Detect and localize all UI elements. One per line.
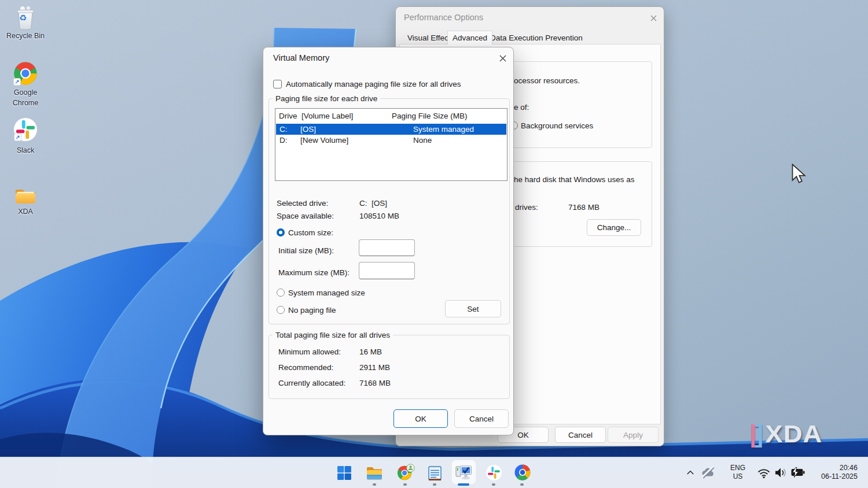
selected-drive-value: C: [OS] xyxy=(359,198,387,208)
paging-size: System managed xyxy=(413,124,474,135)
close-icon[interactable] xyxy=(647,12,660,24)
desktop-icon-label: Recycle Bin xyxy=(2,32,49,40)
language-switcher[interactable]: ENG US xyxy=(726,462,750,483)
desktop-icon-label-line2: Chrome xyxy=(2,99,49,108)
drive-list[interactable]: Drive [Volume Label] Paging File Size (M… xyxy=(275,108,507,181)
drive-letter: C: xyxy=(279,124,288,135)
tray-date: 06-11-2025 xyxy=(814,472,858,481)
paging-file-text-fragment: he hard disk that Windows uses as xyxy=(514,175,635,184)
tray-time: 20:46 xyxy=(814,464,858,472)
paging-size: None xyxy=(413,135,432,146)
explorer-running-dot xyxy=(373,483,376,486)
system-properties-icon xyxy=(455,463,473,481)
cloud-slash-icon xyxy=(701,466,716,479)
taskbar: ENG US 20:46 xyxy=(0,457,868,488)
desktop-icon-label: Slack xyxy=(2,146,49,155)
recycle-symbol-icon: ♻ xyxy=(19,13,27,23)
background-services-label: Background services xyxy=(521,121,593,131)
dialog-title: Virtual Memory xyxy=(273,51,329,64)
quick-settings-button[interactable] xyxy=(753,464,809,480)
total-paging-label-fragment: drives: xyxy=(515,202,538,212)
virtual-memory-dialog: Virtual Memory Automatically manage pagi… xyxy=(263,47,514,435)
system-managed-radio[interactable] xyxy=(277,289,285,297)
custom-size-radio[interactable] xyxy=(277,228,285,236)
start-button[interactable] xyxy=(335,464,354,482)
onedrive-tray-button[interactable] xyxy=(700,464,717,480)
language-line1: ENG xyxy=(730,464,745,472)
notepad-icon xyxy=(428,465,442,482)
total-paging-group-label: Total paging file size for all drives xyxy=(273,330,393,340)
chrome-running-dot xyxy=(403,483,407,486)
initial-size-label: Initial size (MB): xyxy=(278,246,334,256)
system-properties-active-indicator xyxy=(458,483,469,486)
language-line2: US xyxy=(730,472,745,481)
shortcut-arrow-icon: ↗ xyxy=(13,78,21,86)
no-paging-file-radio[interactable] xyxy=(277,306,285,314)
auto-manage-label: Automatically manage paging file size fo… xyxy=(286,79,461,89)
tab-data-execution-prevention[interactable]: Data Execution Prevention xyxy=(486,32,587,44)
volume-label: [New Volume] xyxy=(300,135,348,146)
close-icon[interactable] xyxy=(496,52,509,65)
browser-taskbar-button[interactable] xyxy=(514,464,531,481)
system-properties-button[interactable] xyxy=(454,463,473,482)
no-paging-file-label: No paging file xyxy=(288,305,336,315)
size-column-header: Paging File Size (MB) xyxy=(392,111,468,121)
mouse-cursor xyxy=(792,164,808,187)
tab-advanced[interactable]: Advanced xyxy=(447,31,492,45)
cancel-button[interactable]: Cancel xyxy=(454,409,509,428)
slack-icon xyxy=(486,465,502,480)
auto-manage-checkbox[interactable] xyxy=(273,80,282,88)
currently-allocated-label: Currently allocated: xyxy=(278,378,345,388)
file-explorer-button[interactable] xyxy=(365,464,384,482)
chrome-taskbar-button[interactable] xyxy=(396,463,415,483)
change-button[interactable]: Change... xyxy=(587,219,641,236)
tray-chevron-button[interactable] xyxy=(684,464,697,480)
ok-button[interactable]: OK xyxy=(393,409,448,428)
clock[interactable]: 20:46 06-11-2025 xyxy=(814,462,862,483)
desktop-icon-label: Google xyxy=(2,88,49,97)
dialog-title: Performance Options xyxy=(404,11,483,24)
selected-drive-label: Selected drive: xyxy=(277,198,328,208)
browser-running-dot xyxy=(520,483,524,486)
slack-running-dot xyxy=(492,483,495,486)
volume-label: [OS] xyxy=(300,124,316,135)
desktop-icon-label: XDA xyxy=(2,208,49,216)
file-explorer-icon xyxy=(366,466,382,480)
speaker-icon xyxy=(774,467,788,479)
wifi-icon xyxy=(757,467,771,479)
space-available-label: Space available: xyxy=(277,211,334,221)
notepad-running-dot xyxy=(433,483,436,486)
xda-watermark: [ ] XDA xyxy=(750,422,821,447)
windows-logo-icon xyxy=(337,465,352,480)
processor-text-fragment: ocessor resources. xyxy=(514,76,580,86)
total-paging-value: 7168 MB xyxy=(568,202,599,212)
cancel-button[interactable]: Cancel xyxy=(555,427,606,443)
apply-button[interactable]: Apply xyxy=(608,427,659,443)
drive-row-c[interactable]: C: [OS] System managed xyxy=(276,124,506,135)
drive-column-header: Drive [Volume Label] xyxy=(279,111,353,121)
xda-watermark-text: XDA xyxy=(765,422,822,447)
browser-icon xyxy=(514,464,531,480)
paging-file-group-label: Paging file size for each drive xyxy=(273,94,380,103)
notepad-button[interactable] xyxy=(425,464,444,482)
slack-taskbar-button[interactable] xyxy=(485,464,502,481)
custom-size-label: Custom size: xyxy=(288,228,333,238)
folder-icon xyxy=(14,186,36,205)
system-managed-label: System managed size xyxy=(288,288,365,298)
adjust-for-text-fragment: e of: xyxy=(514,102,529,112)
shortcut-arrow-icon: ↗ xyxy=(14,134,21,141)
xda-bracket-right-icon: ] xyxy=(755,422,764,447)
drive-row-d[interactable]: D: [New Volume] None xyxy=(276,135,506,146)
set-button[interactable]: Set xyxy=(445,300,501,317)
initial-size-input[interactable] xyxy=(359,239,415,256)
recommended-label: Recommended: xyxy=(278,363,333,372)
chevron-up-icon xyxy=(686,469,694,475)
maximum-size-label: Maximum size (MB): xyxy=(278,268,350,278)
recommended-value: 2911 MB xyxy=(359,363,390,372)
space-available-value: 108510 MB xyxy=(359,211,399,221)
desktop: ♻ Recycle Bin ↗ Google Chrome ↗ Slack xyxy=(0,0,868,488)
chrome-icon xyxy=(396,464,415,482)
maximum-size-input[interactable] xyxy=(359,262,415,279)
drive-letter: D: xyxy=(279,135,288,146)
minimum-allowed-label: Minimum allowed: xyxy=(278,347,341,357)
